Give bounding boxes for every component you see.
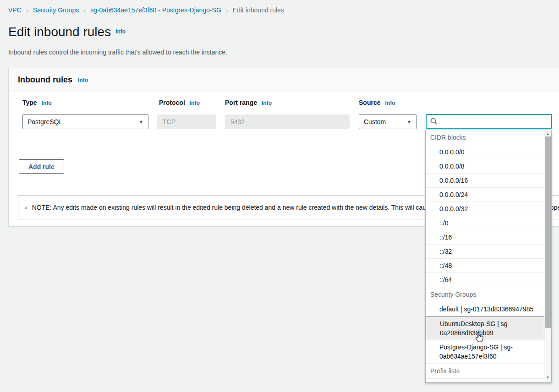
page-title: Edit inbound rulesInfo [8,25,126,39]
source-dropdown-list: CIDR blocks0.0.0.0/00.0.0.0/80.0.0.0/160… [426,130,544,382]
page-info-link[interactable]: Info [115,28,126,35]
dropdown-option[interactable]: ::/48 [426,259,544,273]
panel-info-link[interactable]: Info [78,77,88,83]
source-info-link[interactable]: Info [385,100,395,106]
protocol-info-link[interactable]: Info [190,100,200,106]
add-rule-button[interactable]: Add rule [19,159,64,174]
source-search-box[interactable] [426,114,552,129]
breadcrumb-security-groups[interactable]: Security Groups [33,6,79,14]
dropdown-option[interactable]: 0.0.0.0/24 [426,188,544,202]
dropdown-option[interactable]: 0.0.0.0/8 [426,159,544,174]
breadcrumb-vpc[interactable]: VPC [8,6,22,14]
type-info-link[interactable]: Info [42,100,52,106]
column-label-protocol: Protocol Info [159,99,200,106]
dropdown-option[interactable]: 0.0.0.0/16 [426,174,544,188]
column-label-type: Type Info [22,99,52,106]
port-range-field: 5432 [225,114,350,129]
source-dropdown: CIDR blocks0.0.0.0/00.0.0.0/80.0.0.0/160… [425,130,552,383]
scroll-down-icon[interactable]: ▼ [544,376,551,380]
dropdown-option[interactable]: UbuntuDesktop-SG | sg-0a20868d830bb99 [426,316,544,340]
dropdown-option[interactable]: ::/64 [426,273,544,287]
column-label-port-range: Port range Info [225,99,272,106]
column-label-source: Source Info [359,99,395,106]
warning-icon [25,203,27,212]
chevron-right-icon: › [226,7,228,14]
edit-inbound-rules-page: { "page": { "breadcrumb": [ { "label": "… [0,0,559,392]
panel-header: Inbound rules Info [9,68,559,92]
chevron-right-icon: › [26,7,28,14]
dropdown-option[interactable]: Postgres-Django-SG | sg-0ab634ae157ef3f6… [426,340,544,364]
dropdown-group-header: Prefix lists [426,364,544,379]
dropdown-option[interactable]: ::/0 [426,216,544,230]
dropdown-option[interactable]: ::/32 [426,245,544,259]
panel-title: Inbound rules [18,75,72,85]
scroll-up-icon[interactable]: ▲ [544,132,551,136]
chevron-down-icon: ▼ [139,120,143,125]
breadcrumb-current: Edit inbound rules [233,6,284,14]
breadcrumb: VPC › Security Groups › sg-0ab634ae157ef… [8,6,284,14]
page-description: Inbound rules control the incoming traff… [8,49,227,56]
port-range-info-link[interactable]: Info [262,100,272,106]
source-select[interactable]: Custom ▼ [359,114,417,129]
breadcrumb-security-group-id[interactable]: sg-0ab634ae157ef3f60 - Postgres-Django-S… [90,6,221,14]
dropdown-option[interactable]: 0.0.0.0/32 [426,202,544,216]
protocol-field: TCP [157,114,216,129]
dropdown-group-header: CIDR blocks [426,130,544,145]
dropdown-group-header: Security Groups [426,287,544,302]
dropdown-option[interactable]: 0.0.0.0/0 [426,145,544,159]
search-icon [430,118,438,125]
dropdown-option[interactable]: default | sg-01713d83366947985 [426,302,544,316]
source-search-input[interactable] [440,118,548,125]
chevron-down-icon: ▼ [407,120,411,125]
type-select[interactable]: PostgreSQL ▼ [22,114,148,129]
dropdown-scrollbar[interactable]: ▲ ▼ [544,130,551,382]
scrollbar-thumb[interactable] [545,136,551,328]
dropdown-option[interactable]: ::/16 [426,230,544,245]
chevron-right-icon: › [83,7,86,14]
